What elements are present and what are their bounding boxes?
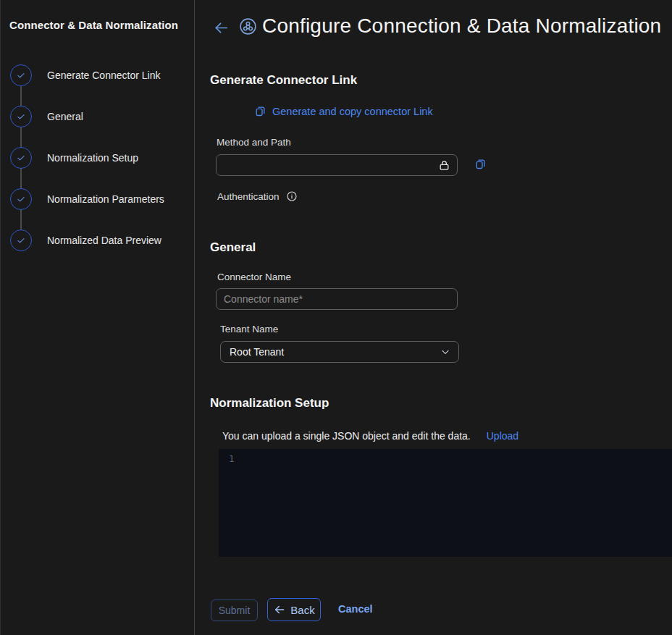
back-arrow-button[interactable] bbox=[213, 20, 230, 36]
submit-button[interactable]: Submit bbox=[211, 600, 258, 621]
stepper-step-normalization-setup[interactable]: Normalization Setup bbox=[1, 147, 195, 169]
cancel-button[interactable]: Cancel bbox=[338, 603, 373, 615]
stepper: Generate Connector Link General Normaliz… bbox=[1, 64, 195, 274]
authentication-label: Authentication bbox=[217, 191, 280, 202]
step-label: General bbox=[47, 111, 83, 122]
lock-icon bbox=[438, 159, 450, 172]
stepper-step-general[interactable]: General bbox=[1, 106, 195, 127]
tenant-name-select[interactable]: Root Tenant bbox=[220, 341, 459, 363]
check-circle-icon bbox=[10, 230, 32, 251]
method-and-path-label: Method and Path bbox=[217, 137, 291, 148]
sidebar: Connector & Data Normalization Generate … bbox=[1, 0, 195, 635]
back-arrow-icon bbox=[273, 603, 286, 616]
connector-name-field bbox=[216, 288, 458, 310]
generate-and-copy-link-label: Generate and copy connector Link bbox=[272, 106, 433, 117]
check-circle-icon bbox=[10, 64, 32, 86]
generate-and-copy-connector-link[interactable]: Generate and copy connector Link bbox=[254, 105, 433, 117]
upload-hint-row: You can upload a single JSON object and … bbox=[222, 430, 518, 442]
back-button-label: Back bbox=[290, 604, 314, 616]
stepper-step-generate-connector-link[interactable]: Generate Connector Link bbox=[1, 64, 195, 86]
connector-name-label: Connector Name bbox=[217, 272, 291, 282]
cancel-button-label: Cancel bbox=[338, 603, 373, 615]
tenant-name-label: Tenant Name bbox=[220, 324, 278, 335]
check-circle-icon bbox=[10, 147, 32, 169]
step-label: Generate Connector Link bbox=[47, 70, 160, 81]
check-circle-icon bbox=[10, 106, 32, 127]
stepper-step-normalization-parameters[interactable]: Normalization Parameters bbox=[1, 188, 195, 210]
connector-cluster-icon bbox=[238, 17, 258, 36]
section-heading-normalization-setup: Normalization Setup bbox=[210, 396, 329, 411]
upload-link[interactable]: Upload bbox=[487, 430, 518, 442]
back-arrow-icon bbox=[213, 20, 230, 36]
section-heading-generate-connector-link: Generate Connector Link bbox=[210, 73, 357, 88]
editor-line-number: 1 bbox=[229, 453, 235, 464]
info-icon[interactable] bbox=[286, 190, 298, 202]
step-label: Normalization Setup bbox=[47, 152, 138, 164]
submit-button-label: Submit bbox=[219, 605, 251, 616]
app-window: Connector & Data Normalization Generate … bbox=[0, 0, 672, 635]
sidebar-title: Connector & Data Normalization bbox=[9, 19, 178, 31]
check-circle-icon bbox=[10, 188, 32, 210]
step-label: Normalized Data Preview bbox=[47, 235, 161, 246]
copy-icon bbox=[474, 158, 487, 170]
authentication-row: Authentication bbox=[217, 190, 298, 202]
chevron-down-icon bbox=[440, 346, 451, 358]
stepper-step-normalized-data-preview[interactable]: Normalized Data Preview bbox=[1, 230, 195, 251]
json-editor[interactable]: 1 bbox=[219, 449, 672, 557]
back-button[interactable]: Back bbox=[267, 598, 321, 621]
method-and-path-field bbox=[216, 154, 458, 176]
copy-method-and-path-button[interactable] bbox=[474, 158, 487, 170]
upload-hint-text: You can upload a single JSON object and … bbox=[222, 430, 471, 442]
copy-icon bbox=[254, 105, 266, 117]
section-heading-general: General bbox=[210, 240, 256, 255]
tenant-name-selected-value: Root Tenant bbox=[230, 346, 284, 358]
step-label: Normalization Parameters bbox=[47, 193, 164, 205]
connector-name-input[interactable] bbox=[217, 293, 457, 305]
main-content: Configure Connection & Data Normalizatio… bbox=[196, 0, 672, 635]
page-title: Configure Connection & Data Normalizatio… bbox=[262, 14, 661, 38]
method-and-path-input[interactable] bbox=[217, 159, 438, 171]
